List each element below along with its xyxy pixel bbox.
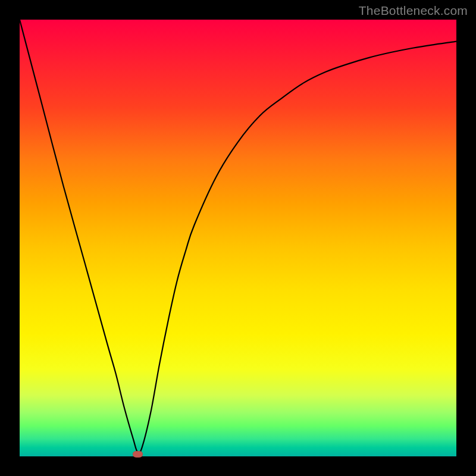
optimum-marker — [133, 451, 143, 458]
curve-layer — [20, 20, 456, 456]
chart-frame: TheBottleneck.com — [0, 0, 476, 476]
bottleneck-curve — [20, 20, 456, 453]
plot-area — [20, 20, 456, 456]
watermark-text: TheBottleneck.com — [359, 4, 468, 18]
